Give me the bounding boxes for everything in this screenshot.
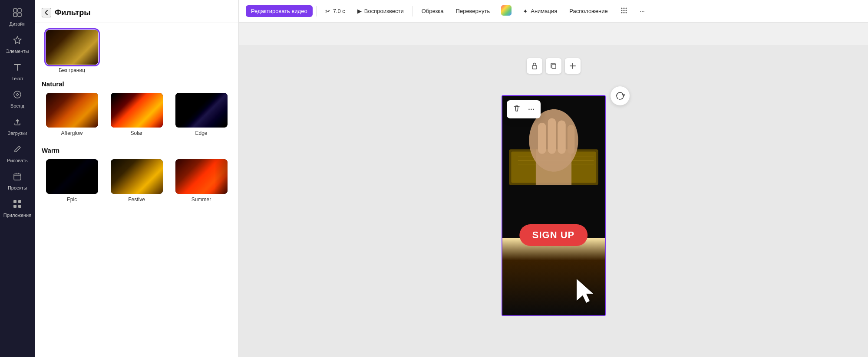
svg-point-13 [625,8,627,9]
flip-button[interactable]: Перевернуть [451,5,495,17]
svg-rect-21 [552,64,556,69]
filter-item-no-border[interactable]: Без границ [42,30,102,73]
svg-rect-20 [532,66,537,69]
svg-rect-7 [18,200,21,203]
toolbar: Редактировать видео ✂ 7.0 с ▶ Воспроизве… [239,0,868,23]
filter-name-summer: Summer [191,197,211,203]
more-dots-icon: ··· [528,106,535,113]
svg-point-18 [623,12,624,13]
sidebar: Дизайн Элементы Текст Бренд [0,0,35,357]
projects-icon [13,172,22,183]
draw-icon [13,144,22,156]
sidebar-item-label: Проекты [8,185,27,190]
svg-rect-3 [18,13,21,16]
money-img-edge [175,93,228,128]
filter-thumb-afterglow [46,93,98,128]
svg-rect-29 [535,149,571,185]
filter-item-solar[interactable]: Solar [106,93,167,136]
filters-header: Фильтры [35,0,238,23]
svg-rect-6 [13,200,17,203]
filter-item-summer[interactable]: Summer [171,159,231,203]
filter-thumb-solar [111,93,163,128]
filter-item-afterglow[interactable]: Afterglow [42,93,102,136]
sidebar-item-draw[interactable]: Рисовать [3,141,32,167]
filter-name-no-border: Без границ [59,67,85,73]
money-img-epic [46,159,98,194]
play-label: Воспроизвести [364,8,404,14]
sidebar-item-label: Загрузки [8,131,27,136]
duration-label: 7.0 с [333,8,345,14]
natural-filter-grid: Afterglow Solar Edge [42,93,231,136]
sidebar-item-brand[interactable]: Бренд [3,86,32,112]
filter-item-epic[interactable]: Epic [42,159,102,203]
svg-point-14 [621,10,622,11]
trim-label-button[interactable]: Обрезка [416,5,449,17]
add-button[interactable] [565,58,581,74]
sign-up-label: SIGN UP [532,229,574,240]
sidebar-item-elements[interactable]: Элементы [3,32,32,57]
filter-item-festive[interactable]: Festive [106,159,167,203]
delete-element-button[interactable] [511,103,522,116]
sidebar-item-label: Элементы [6,49,29,54]
filter-thumb-summer [175,159,228,194]
svg-point-4 [14,91,21,98]
filter-thumb-festive [111,159,163,194]
filter-item-edge[interactable]: Edge [171,93,231,136]
position-button[interactable]: Расположение [564,5,613,17]
money-img-afterglow [46,93,98,128]
more-icon: ··· [640,8,645,14]
svg-point-19 [625,12,627,13]
sidebar-item-projects[interactable]: Проекты [3,168,32,194]
svg-rect-5 [14,174,21,180]
more-button[interactable]: ··· [635,5,650,17]
filters-panel: Фильтры Без границ Natural Afterglow [35,0,239,357]
trim-label: Обрезка [422,8,444,14]
play-icon: ▶ [357,8,362,14]
apps-icon [13,199,22,211]
sidebar-item-design[interactable]: Дизайн [3,4,32,30]
svg-rect-33 [567,124,574,154]
flip-label: Перевернуть [456,8,490,14]
design-icon [13,8,22,20]
edit-video-button[interactable]: Редактировать видео [246,5,313,17]
filter-section-warm: Warm Epic Festive Summer [35,140,238,206]
sidebar-item-label: Рисовать [7,158,28,163]
filter-name-festive: Festive [128,197,145,203]
svg-point-11 [621,8,622,9]
animation-icon: ✦ [523,8,528,15]
color-adjust-button[interactable] [497,3,516,20]
back-button[interactable] [42,8,51,17]
lock-button[interactable] [527,58,542,74]
grid-button[interactable] [615,4,633,18]
sidebar-item-label: Бренд [10,103,24,108]
animation-button[interactable]: ✦ Анимация [518,5,562,17]
sidebar-item-label: Текст [11,76,23,81]
filters-title: Фильтры [55,8,91,17]
play-button[interactable]: ▶ Воспроизвести [352,5,409,17]
grid-icon [620,7,628,16]
sidebar-item-text[interactable]: Текст [3,59,32,85]
refresh-button[interactable] [611,86,630,105]
svg-rect-9 [18,205,21,208]
svg-marker-34 [577,279,593,303]
filter-thumb-no-border [46,30,98,65]
filter-name-afterglow: Afterglow [61,130,83,136]
filter-section-natural: Natural Afterglow Solar Edge [35,73,238,140]
filter-name-solar: Solar [130,130,142,136]
svg-rect-8 [13,205,17,208]
sidebar-item-uploads[interactable]: Загрузки [3,114,32,139]
filter-name-edge: Edge [195,130,207,136]
svg-point-12 [623,8,624,9]
video-canvas[interactable]: ··· SIGN UP [502,95,606,316]
context-menu: ··· [507,100,541,118]
elements-icon [13,35,22,47]
cursor-arrow [577,279,601,307]
more-options-button[interactable]: ··· [527,104,537,115]
copy-button[interactable] [546,58,561,74]
brand-icon [13,90,22,102]
uploads-icon [13,117,22,129]
svg-rect-10 [501,5,512,16]
sidebar-item-apps[interactable]: Приложения [3,196,32,221]
trim-button[interactable]: ✂ 7.0 с [320,5,350,17]
money-img-no-border [46,30,98,65]
